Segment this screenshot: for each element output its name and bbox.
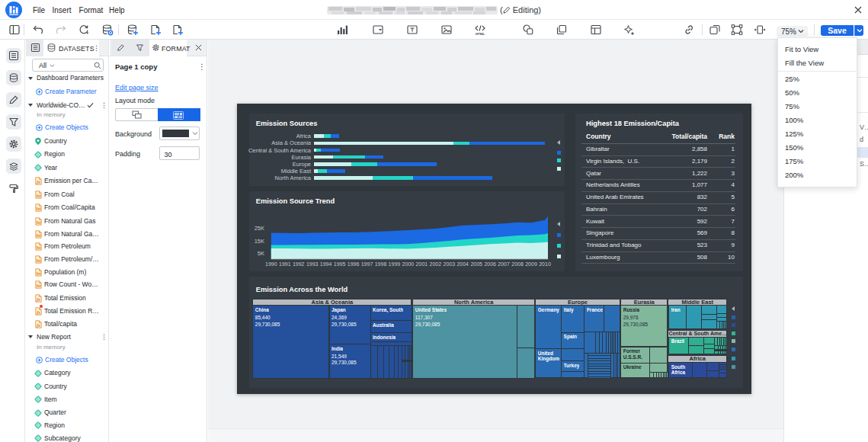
svg-text:HTML: HTML <box>476 32 485 36</box>
svg-text:fx: fx <box>37 323 40 328</box>
svg-text:fx: fx <box>37 296 40 301</box>
svg-text:fx: fx <box>37 180 40 184</box>
svg-text:fx: fx <box>37 310 40 315</box>
